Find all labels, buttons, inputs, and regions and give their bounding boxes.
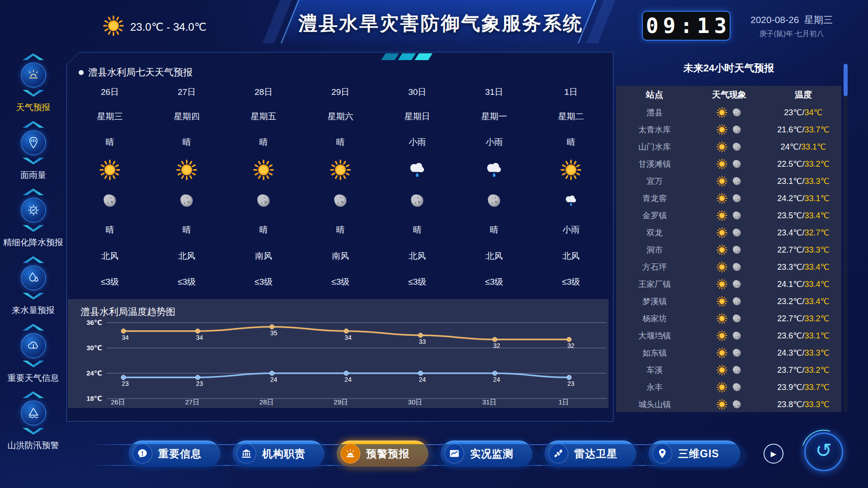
station-row[interactable]: 甘溪滩镇22.5℃/33.2℃ xyxy=(616,155,841,173)
svg-text:30日: 30日 xyxy=(408,398,422,406)
station-high-temp: 33.3℃ xyxy=(805,245,830,254)
station-row[interactable]: 宜万23.1℃/33.3℃ xyxy=(616,173,841,190)
station-high-temp: 33.2℃ xyxy=(805,160,830,169)
sidebar: 天气预报面雨量精细化降水预报来水量预报重要天气信息山洪防汛预警 xyxy=(0,53,66,459)
forecast-wind: 北风 xyxy=(409,243,426,269)
station-temperature: 22.7℃/33.3℃ xyxy=(765,245,841,255)
station-weather-icons xyxy=(693,382,765,393)
scrollbar-thumb[interactable] xyxy=(844,64,848,96)
moon-icon xyxy=(732,245,742,255)
chevron-down-icon xyxy=(23,158,44,164)
svg-text:24℃: 24℃ xyxy=(86,369,102,377)
sidebar-item-label: 重要天气信息 xyxy=(1,372,66,384)
forecast-night-condition: 晴 xyxy=(413,217,422,243)
station-row[interactable]: 洞市22.7℃/33.3℃ xyxy=(616,241,841,258)
station-weather-icons xyxy=(693,399,765,410)
forecast-wind: 北风 xyxy=(562,243,580,269)
station-name: 金罗镇 xyxy=(616,210,693,221)
forecast-day-condition: 晴 xyxy=(336,129,345,155)
station-row[interactable]: 青龙窖24.2℃/33.1℃ xyxy=(616,190,841,207)
station-row[interactable]: 杨家坊22.7℃/33.2℃ xyxy=(616,310,841,327)
station-row[interactable]: 双龙23.4℃/32.7℃ xyxy=(616,224,841,241)
station-row[interactable]: 山门水库24℃/33.1℃ xyxy=(616,138,841,155)
sidebar-item-6[interactable]: 山洪防汛预警 xyxy=(1,391,66,451)
nav-important-info-button[interactable]: 重要信息 xyxy=(129,441,220,467)
moon-icon xyxy=(256,184,271,217)
forecast-day-column: 29日星期六晴晴南风≤3级 xyxy=(302,80,379,295)
play-button[interactable]: ▶ xyxy=(764,444,783,464)
station-row[interactable]: 太青水库21.6℃/33.7℃ xyxy=(616,121,841,138)
station-high-temp: 33.2℃ xyxy=(805,314,830,323)
station-row[interactable]: 城头山镇23.8℃/33.3℃ xyxy=(616,396,841,412)
svg-text:35: 35 xyxy=(270,329,278,337)
nav-agency-duty-button[interactable]: 机构职责 xyxy=(233,441,324,467)
back-button[interactable]: ↺ xyxy=(804,432,843,471)
svg-text:33: 33 xyxy=(419,338,426,345)
siren-icon xyxy=(21,62,46,88)
chevron-down-icon xyxy=(23,293,44,300)
forecast-weekday: 星期一 xyxy=(481,104,507,129)
station-temperature: 23.1℃/33.3℃ xyxy=(765,176,841,186)
forecast-day-column: 30日星期日小雨晴北风≤3级 xyxy=(379,80,456,295)
weather-dashboard: 23.0℃ - 34.0℃ 澧县水旱灾害防御气象服务系统 09:13 2020-… xyxy=(0,0,868,488)
station-weather-icons xyxy=(693,262,765,272)
sun-icon xyxy=(717,347,727,358)
station-row[interactable]: 方石坪23.3℃/33.4℃ xyxy=(616,258,841,276)
sidebar-item-2[interactable]: 面雨量 xyxy=(1,121,66,181)
chevron-down-icon xyxy=(23,428,44,435)
sun-icon xyxy=(717,399,727,410)
station-weather-icons xyxy=(693,296,765,307)
temperature-trend-panel: 澧县水利局温度趋势图 36℃30℃24℃18℃26日27日28日29日30日31… xyxy=(68,299,609,408)
station-temperature: 24℃/33.1℃ xyxy=(765,142,841,152)
forecast-wind-level: ≤3级 xyxy=(331,269,349,295)
station-row[interactable]: 大堰垱镇23.6℃/33.1℃ xyxy=(616,327,841,344)
sun-icon xyxy=(717,124,727,135)
panel-stripes-decoration xyxy=(383,53,430,60)
sun-icon xyxy=(717,330,727,341)
moon-icon xyxy=(732,228,742,238)
sidebar-item-5[interactable]: 重要天气信息 xyxy=(1,324,66,384)
station-row[interactable]: 车溪23.7℃/33.2℃ xyxy=(616,361,841,379)
station-row[interactable]: 澧县23℃/34℃ xyxy=(616,104,841,121)
station-row[interactable]: 永丰23.9℃/33.7℃ xyxy=(616,379,841,396)
station-row[interactable]: 梦溪镇23.2℃/33.4℃ xyxy=(616,293,841,310)
col-header-station: 站点 xyxy=(616,89,693,101)
station-weather-icons xyxy=(693,210,765,221)
sidebar-item-1[interactable]: 天气预报 xyxy=(1,53,66,113)
station-high-temp: 33.4℃ xyxy=(805,263,830,272)
station-weather-icons xyxy=(693,107,765,118)
moon-icon xyxy=(732,176,742,186)
nav-3d-gis-button[interactable]: 三维GIS xyxy=(649,441,740,467)
forecast-section-title: 澧县水利局七天天气预报 xyxy=(79,66,193,79)
page-title: 澧县水旱灾害防御气象服务系统 xyxy=(267,11,615,36)
sidebar-item-3[interactable]: 精细化降水预报 xyxy=(1,188,66,249)
chevron-up-icon xyxy=(23,324,44,331)
station-low-temp: 23.3℃ xyxy=(777,263,802,272)
station-name: 甘溪滩镇 xyxy=(616,159,693,169)
nav-radar-satellite-button[interactable]: 雷达卫星 xyxy=(545,441,636,467)
sun-icon xyxy=(717,141,727,152)
station-row[interactable]: 王家厂镇24.1℃/33.4℃ xyxy=(616,276,841,293)
svg-text:18℃: 18℃ xyxy=(86,394,102,402)
moon-icon xyxy=(732,296,742,306)
svg-text:23: 23 xyxy=(196,380,203,387)
station-weather-icons xyxy=(693,227,765,238)
moon-icon xyxy=(732,159,742,169)
right-panel-scrollbar[interactable] xyxy=(844,64,848,412)
svg-text:27日: 27日 xyxy=(185,398,199,406)
date-block: 2020-08-26 星期三 庚子(鼠)年 七月初八 xyxy=(736,14,847,39)
station-name: 宜万 xyxy=(616,176,693,187)
station-row[interactable]: 如东镇24.3℃/33.3℃ xyxy=(616,344,841,361)
moon-icon xyxy=(486,184,502,217)
forecast-wind-level: ≤3级 xyxy=(562,269,580,295)
moon-icon xyxy=(732,348,742,358)
station-row[interactable]: 金罗镇23.5℃/33.4℃ xyxy=(616,207,841,224)
station-low-temp: 24.3℃ xyxy=(777,348,802,357)
rain-gauge-pin-icon xyxy=(21,130,46,155)
sidebar-item-4[interactable]: 来水量预报 xyxy=(1,256,66,316)
station-weather-icons xyxy=(693,141,765,152)
svg-text:24: 24 xyxy=(419,376,426,383)
nav-warning-forecast-button[interactable]: 预警预报 xyxy=(337,441,428,467)
nav-live-monitoring-button[interactable]: 实况监测 xyxy=(441,441,532,467)
station-low-temp: 23.6℃ xyxy=(777,331,802,340)
